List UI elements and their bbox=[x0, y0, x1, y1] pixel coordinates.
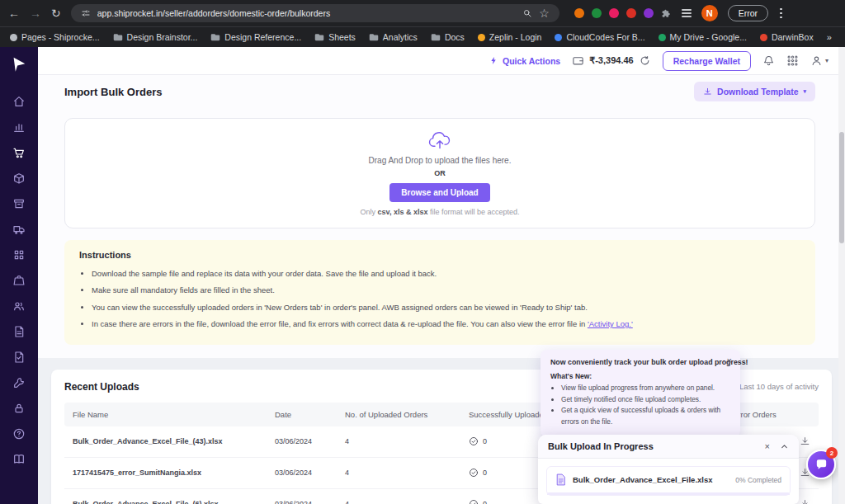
instructions-panel: Instructions Download the sample file an… bbox=[64, 240, 815, 345]
cell-uploaded-orders: 4 bbox=[337, 500, 460, 504]
url-text: app.shiprocket.in/seller/addorders/domes… bbox=[97, 8, 516, 18]
extension-icon[interactable] bbox=[574, 8, 584, 18]
cell-date: 03/06/2024 bbox=[267, 500, 337, 504]
site-icon bbox=[555, 34, 562, 41]
page-title: Import Bulk Orders bbox=[64, 86, 162, 98]
app-header: Quick Actions ₹-3,394.46 Recharge Wallet… bbox=[38, 47, 845, 75]
reading-list-icon[interactable] bbox=[682, 9, 692, 17]
browser-menu-icon[interactable] bbox=[778, 7, 784, 20]
whats-new-item: Get timely notified once file upload com… bbox=[561, 394, 730, 406]
folder-icon bbox=[314, 33, 324, 41]
sidebar-reports-icon[interactable] bbox=[12, 351, 26, 364]
lightning-icon bbox=[489, 55, 498, 66]
drive-icon bbox=[659, 34, 666, 41]
cell-uploaded-orders: 4 bbox=[337, 469, 460, 477]
chat-bubble-icon bbox=[814, 458, 828, 472]
bookmark-item[interactable]: CloudCodes For B... bbox=[555, 32, 644, 42]
sidebar bbox=[0, 47, 38, 504]
sidebar-knowledge-icon[interactable] bbox=[12, 453, 26, 466]
bulk-upload-progress-panel: Bulk Upload In Progress × Bulk_Order_Adv… bbox=[538, 435, 799, 504]
sidebar-returns-icon[interactable] bbox=[12, 172, 26, 185]
sidebar-courier-icon[interactable] bbox=[12, 223, 26, 236]
apps-grid-icon[interactable] bbox=[786, 54, 799, 67]
profile-menu-icon[interactable]: ▾ bbox=[810, 54, 828, 67]
activity-log-link[interactable]: 'Activity Log.' bbox=[588, 319, 633, 328]
folder-icon bbox=[369, 33, 379, 41]
chevron-down-icon: ▾ bbox=[803, 88, 806, 95]
shiprocket-logo[interactable] bbox=[10, 55, 28, 77]
browse-upload-button[interactable]: Browse and Upload bbox=[389, 183, 489, 202]
bookmark-item[interactable]: Docs bbox=[431, 32, 465, 42]
bookmarks-overflow-chevron[interactable]: » bbox=[827, 32, 832, 42]
cell-file-name: Bulk_Order_Advance_Excel_File_(6).xlsx bbox=[64, 500, 267, 504]
sidebar-tools-icon[interactable] bbox=[12, 376, 26, 389]
sidebar-inventory-icon[interactable] bbox=[12, 197, 26, 210]
extension-icon[interactable] bbox=[592, 8, 602, 18]
close-icon[interactable]: × bbox=[765, 442, 770, 451]
bookmark-item[interactable]: Zeplin - Login bbox=[478, 32, 542, 42]
download-row-icon[interactable] bbox=[800, 499, 810, 504]
check-circle-icon bbox=[469, 436, 479, 446]
sidebar-weight-icon[interactable] bbox=[12, 274, 26, 287]
download-icon bbox=[703, 87, 712, 97]
site-icon bbox=[760, 34, 767, 41]
sidebar-analytics-icon[interactable] bbox=[12, 120, 26, 134]
cell-date: 03/06/2024 bbox=[267, 437, 337, 445]
chevron-up-icon[interactable] bbox=[780, 442, 789, 451]
whats-new-item: View file upload progress from anywhere … bbox=[561, 383, 730, 394]
sidebar-help-icon[interactable] bbox=[12, 427, 26, 440]
upload-progress-status: 0% Completed bbox=[735, 476, 781, 484]
bookmark-item[interactable]: Pages - Shiprocke... bbox=[10, 32, 100, 42]
sidebar-invoice-icon[interactable] bbox=[12, 325, 26, 338]
bookmark-item[interactable]: Design Reference... bbox=[210, 32, 301, 42]
check-circle-icon bbox=[469, 499, 479, 504]
sidebar-buyers-icon[interactable] bbox=[12, 299, 26, 313]
progress-bar bbox=[547, 492, 790, 495]
browser-error-button[interactable]: Error bbox=[728, 5, 768, 21]
bookmark-item[interactable]: Sheets bbox=[314, 32, 356, 42]
bookmark-item[interactable]: My Drive - Google... bbox=[659, 32, 747, 42]
upload-dropzone[interactable]: Drag And Drop to upload the files here. … bbox=[64, 118, 815, 228]
cell-file-name: 1717415475_error_SumitNangia.xlsx bbox=[64, 469, 267, 477]
column-uploaded-orders: No. of Uploaded Orders bbox=[337, 403, 460, 426]
chat-widget-button[interactable]: 2 bbox=[806, 450, 836, 479]
cell-date: 03/06/2024 bbox=[267, 469, 337, 477]
download-template-button[interactable]: Download Template ▾ bbox=[694, 82, 815, 101]
site-settings-icon[interactable] bbox=[81, 8, 91, 18]
cell-uploaded-orders: 4 bbox=[337, 437, 460, 445]
refresh-icon[interactable]: ↻ bbox=[51, 7, 61, 19]
recharge-wallet-button[interactable]: Recharge Wallet bbox=[663, 51, 751, 71]
scrollbar-thumb[interactable] bbox=[839, 132, 844, 243]
address-bar[interactable]: app.shiprocket.in/seller/addorders/domes… bbox=[71, 4, 559, 22]
drag-drop-text: Drag And Drop to upload the files here. bbox=[77, 156, 803, 165]
upload-file-row: Bulk_Order_Advance_Excel_File.xlsx 0% Co… bbox=[546, 466, 791, 496]
extension-icon[interactable] bbox=[626, 8, 636, 18]
sidebar-home-icon[interactable] bbox=[12, 95, 26, 108]
sidebar-orders-icon[interactable] bbox=[12, 146, 26, 159]
extension-icon[interactable] bbox=[644, 8, 654, 18]
forward-icon[interactable]: → bbox=[30, 7, 41, 19]
bookmark-item[interactable]: Analytics bbox=[369, 32, 418, 42]
sidebar-apps-icon[interactable] bbox=[12, 248, 26, 261]
close-icon[interactable]: × bbox=[727, 356, 732, 365]
instructions-title: Instructions bbox=[79, 250, 800, 260]
page-scrollbar[interactable] bbox=[838, 47, 845, 504]
extension-icon[interactable] bbox=[609, 8, 619, 18]
sidebar-security-icon[interactable] bbox=[12, 402, 26, 415]
back-icon[interactable]: ← bbox=[8, 7, 20, 19]
refresh-balance-icon[interactable] bbox=[639, 54, 651, 67]
notifications-bell-icon[interactable] bbox=[762, 54, 775, 67]
bulk-panel-title: Bulk Upload In Progress bbox=[548, 441, 755, 451]
download-row-icon[interactable] bbox=[800, 436, 810, 447]
chat-unread-badge: 2 bbox=[826, 447, 838, 459]
instruction-item: Download the sample file and replace its… bbox=[92, 266, 800, 282]
upload-file-name: Bulk_Order_Advance_Excel_File.xlsx bbox=[573, 475, 713, 484]
search-icon[interactable] bbox=[522, 8, 532, 18]
extensions-puzzle-icon[interactable] bbox=[661, 8, 672, 19]
quick-actions-button[interactable]: Quick Actions bbox=[489, 55, 560, 66]
extensions-cluster bbox=[574, 8, 672, 19]
bookmark-item[interactable]: DarwinBox bbox=[760, 32, 814, 42]
bookmark-star-icon[interactable]: ☆ bbox=[539, 7, 550, 19]
bookmark-item[interactable]: Design Brainstor... bbox=[113, 32, 198, 42]
browser-profile-avatar[interactable]: N bbox=[701, 5, 718, 21]
